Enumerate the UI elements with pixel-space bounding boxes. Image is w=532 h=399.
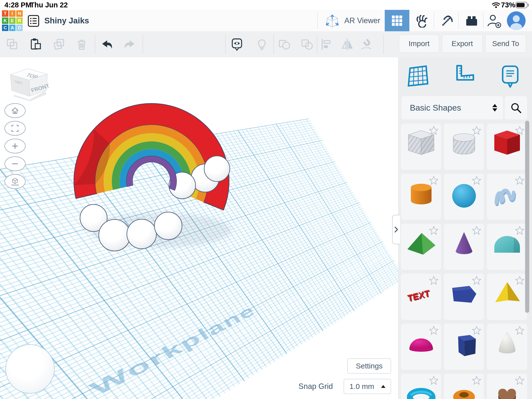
ungroup-button-disabled[interactable] (300, 37, 314, 51)
redo-button-disabled[interactable] (123, 37, 137, 51)
magnet-snap-button-disabled[interactable] (360, 37, 373, 51)
favorite-star-icon[interactable] (515, 126, 525, 135)
tinkercad-logo[interactable]: T I N K E R C A D (2, 10, 23, 31)
export-button[interactable]: Export (442, 34, 482, 53)
minecraft-pickaxe-icon[interactable] (440, 14, 454, 28)
show-all-eye-button[interactable] (230, 37, 244, 51)
import-button[interactable]: Import (399, 34, 439, 53)
rainbow-model[interactable] (66, 73, 239, 255)
group-button-disabled[interactable] (277, 37, 291, 51)
search-icon (510, 101, 522, 114)
logo-tile: E (9, 17, 16, 24)
header-divider (434, 12, 434, 29)
hand-gesture-icon[interactable] (415, 14, 429, 28)
favorite-star-icon[interactable] (429, 326, 439, 335)
favorite-star-icon[interactable] (429, 126, 439, 135)
shape-tile-wedge[interactable] (444, 274, 484, 320)
orbit-sphere-widget[interactable] (5, 344, 55, 394)
favorite-star-icon[interactable] (472, 276, 482, 285)
logo-tile: K (2, 17, 8, 24)
lightbulb-button-disabled[interactable] (255, 37, 269, 51)
favorite-star-icon[interactable] (429, 176, 439, 185)
shape-tile-roof[interactable] (401, 224, 441, 270)
design-list-icon[interactable] (28, 15, 40, 27)
favorite-star-icon[interactable] (472, 326, 482, 335)
shape-tile-paraboloid[interactable] (487, 324, 527, 370)
settings-label: Settings (356, 362, 382, 370)
logo-tile: R (16, 17, 23, 24)
perspective-toggle-button[interactable] (4, 174, 26, 189)
ar-cube-icon[interactable] (325, 13, 340, 29)
toolbar-divider (273, 35, 274, 54)
shape-tile-box-transparent[interactable] (401, 124, 441, 170)
favorite-star-icon[interactable] (429, 276, 439, 285)
fit-view-button[interactable] (4, 121, 26, 136)
snap-grid-label: Snap Grid (299, 382, 333, 391)
viewport-3d[interactable]: Workplane (0, 57, 398, 399)
favorite-star-icon[interactable] (472, 126, 482, 135)
brick-icon[interactable] (465, 14, 478, 27)
fit-view-icon (10, 123, 20, 133)
search-shapes-button[interactable] (505, 96, 527, 119)
favorite-star-icon[interactable] (515, 176, 525, 185)
favorite-star-icon[interactable] (472, 226, 482, 235)
shape-tile-scribble[interactable] (487, 174, 527, 220)
shape-tile-pyramid[interactable] (487, 274, 527, 320)
duplicate-button-disabled[interactable] (52, 37, 66, 51)
design-title[interactable]: Shiny Jaiks (44, 10, 89, 31)
logo-tile: T (2, 10, 8, 17)
toolbar-divider (317, 35, 317, 54)
ruler-tool-icon[interactable] (451, 64, 476, 89)
zoom-in-button[interactable] (4, 139, 26, 153)
paste-button[interactable] (29, 37, 42, 51)
logo-tile: C (2, 25, 8, 31)
blocks-view-button-active[interactable] (385, 10, 409, 31)
settings-button[interactable]: Settings (347, 358, 391, 374)
favorite-star-icon[interactable] (515, 276, 525, 285)
mirror-flip-button-disabled[interactable] (340, 37, 354, 51)
snap-grid-dropdown[interactable]: 1.0 mm (344, 379, 391, 394)
shape-category-dropdown[interactable]: Basic Shapes (401, 96, 503, 119)
favorite-star-icon[interactable] (472, 176, 482, 185)
zoom-out-button[interactable] (4, 156, 26, 171)
shape-tile-heart[interactable] (487, 374, 527, 399)
ar-viewer-label[interactable]: AR Viewer (344, 10, 380, 31)
notes-tool-icon[interactable] (499, 64, 522, 89)
view-cube[interactable]: TOP FRONT LEFT (8, 67, 52, 102)
import-label: Import (409, 39, 430, 48)
send-to-label: Send To (492, 39, 519, 48)
favorite-star-icon[interactable] (515, 226, 525, 235)
favorite-star-icon[interactable] (472, 376, 482, 385)
shape-tile-torus[interactable] (401, 374, 441, 399)
shape-tile-tube[interactable] (444, 374, 484, 399)
panel-scrollbar[interactable] (525, 121, 529, 313)
shape-tile-round-roof[interactable] (487, 224, 527, 270)
shape-tile-polygon[interactable] (444, 324, 484, 370)
user-avatar[interactable] (507, 11, 526, 30)
panel-collapse-tab[interactable] (392, 215, 400, 244)
send-to-button[interactable]: Send To (485, 34, 526, 53)
wifi-icon (492, 2, 500, 8)
favorite-star-icon[interactable] (429, 376, 439, 385)
undo-button[interactable] (100, 37, 114, 51)
shape-tile-sphere[interactable] (444, 174, 484, 220)
shape-tile-box[interactable] (487, 124, 527, 170)
shape-tile-cylinder[interactable] (401, 174, 441, 220)
clock-date: Thu Jun 22 (30, 1, 68, 9)
favorite-star-icon[interactable] (515, 376, 525, 385)
copy-button-disabled[interactable] (5, 37, 19, 51)
shape-tile-text[interactable]: TEXT TEXT (401, 274, 441, 320)
shape-tile-half-sphere[interactable] (401, 324, 441, 370)
delete-trash-button-disabled[interactable] (75, 37, 89, 51)
toolbar-divider (383, 35, 384, 54)
toolbar-divider (95, 35, 95, 54)
shape-tile-cylinder-transparent[interactable] (444, 124, 484, 170)
home-view-button[interactable] (4, 103, 26, 118)
align-button-disabled[interactable] (319, 37, 333, 51)
workplane-tool-icon[interactable] (407, 64, 430, 88)
favorite-star-icon[interactable] (429, 226, 439, 235)
snap-grid-value: 1.0 mm (349, 382, 374, 391)
add-collaborator-icon[interactable] (486, 13, 502, 29)
favorite-star-icon[interactable] (515, 326, 525, 335)
shape-tile-cone[interactable] (444, 224, 484, 270)
